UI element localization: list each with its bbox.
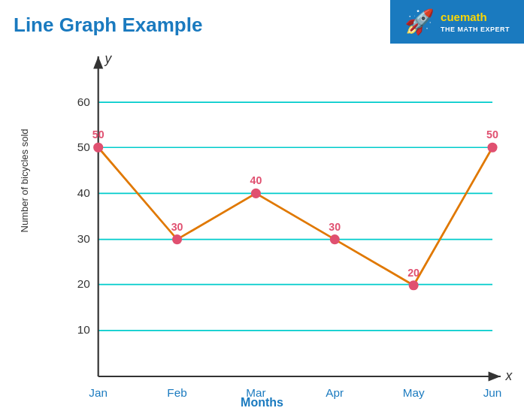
chart-area: y x 10 20 30 40 50 60 Jan Feb Mar Apr Ma… <box>49 56 509 376</box>
y-label: y <box>104 51 112 66</box>
label-jun: 50 <box>486 128 498 141</box>
y-tick-40: 40 <box>77 186 90 199</box>
page-title: Line Graph Example <box>14 14 202 37</box>
y-tick-60: 60 <box>77 95 90 108</box>
chart-svg: y x 10 20 30 40 50 60 Jan Feb Mar Apr Ma… <box>49 56 509 376</box>
x-label-jun: Jun <box>483 386 502 399</box>
x-label: x <box>504 368 513 383</box>
point-mar <box>251 189 261 198</box>
point-jun <box>487 143 497 153</box>
label-feb: 30 <box>171 221 183 233</box>
point-may <box>409 280 419 290</box>
y-tick-10: 10 <box>77 323 90 336</box>
label-jan: 50 <box>92 128 104 141</box>
y-tick-30: 30 <box>77 232 90 245</box>
point-apr <box>330 234 340 244</box>
logo-text: cuemath THE MATH EXPERT <box>441 9 510 35</box>
point-feb <box>172 234 182 244</box>
label-mar: 40 <box>250 174 262 186</box>
logo-area: 🚀 cuemath THE MATH EXPERT <box>390 0 524 44</box>
label-apr: 30 <box>329 221 341 233</box>
point-jan <box>93 143 103 153</box>
y-axis-arrow <box>93 56 103 68</box>
x-label-jan: Jan <box>89 386 108 399</box>
label-may: 20 <box>407 267 420 279</box>
y-tick-20: 20 <box>77 277 90 290</box>
data-line <box>98 147 492 286</box>
y-axis-label: Number of bicycles sold <box>19 128 30 232</box>
x-label-apr: Apr <box>326 386 344 399</box>
logo-tagline: THE MATH EXPERT <box>441 25 510 35</box>
x-label-mar: Mar <box>246 386 265 399</box>
rocket-icon: 🚀 <box>404 8 435 36</box>
x-label-may: May <box>403 386 425 399</box>
y-axis-label-container: Number of bicycles sold <box>17 105 32 255</box>
y-tick-50: 50 <box>77 141 90 153</box>
logo-brand: cuemath <box>441 9 510 25</box>
x-label-feb: Feb <box>167 386 186 399</box>
x-axis-arrow <box>489 371 501 381</box>
